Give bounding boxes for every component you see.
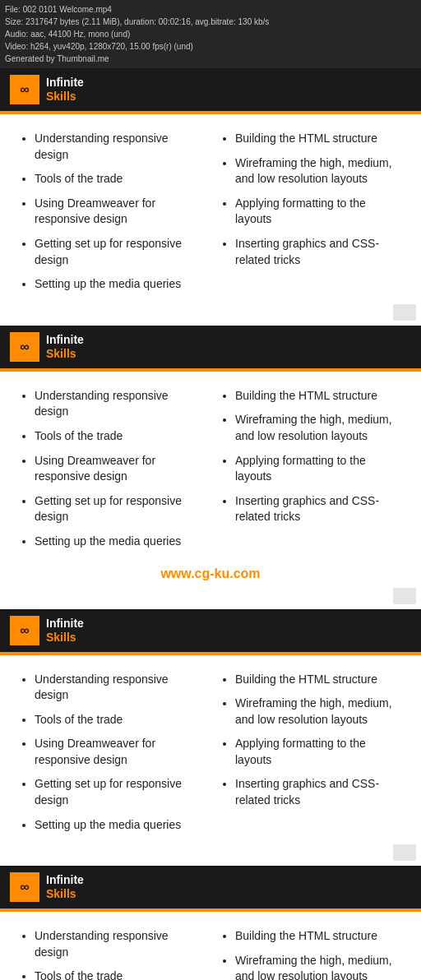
left-col-4: Understanding responsive design Tools of…: [13, 928, 207, 980]
two-col-2: Understanding responsive design Tools of…: [13, 388, 408, 558]
list-item: Setting up the media queries: [35, 276, 201, 293]
logo-skills-2: Skills: [46, 347, 84, 361]
section-4: ∞ Infinite Skills Understanding responsi…: [0, 866, 421, 980]
list-item: Understanding responsive design: [35, 928, 201, 960]
list-item: Tools of the trade: [35, 968, 201, 980]
info-line-5: Generated by Thumbnail.me: [5, 53, 416, 65]
info-line-3: Audio: aac, 44100 Hz, mono (und): [5, 28, 416, 40]
logo-infinite-4: Infinite: [46, 873, 84, 887]
logo-skills-4: Skills: [46, 887, 84, 901]
right-col-3: Building the HTML structure Wireframing …: [214, 672, 408, 842]
logo-text-3: Infinite Skills: [46, 617, 84, 645]
list-item: Inserting graphics and CSS-related trick…: [235, 236, 401, 268]
left-col-2: Understanding responsive design Tools of…: [13, 388, 207, 558]
list-item: Applying formatting to the layouts: [235, 453, 401, 485]
logo-skills-3: Skills: [46, 631, 84, 645]
list-item: Using Dreamweaver for responsive design: [35, 196, 201, 228]
two-col-1: Understanding responsive design Tools of…: [13, 131, 408, 301]
list-item: Getting set up for responsive design: [35, 493, 201, 525]
logo-bar-1: ∞ Infinite Skills: [0, 68, 421, 111]
right-list-4: Building the HTML structure Wireframing …: [220, 928, 401, 980]
list-item: Building the HTML structure: [235, 131, 401, 147]
section-2: ∞ Infinite Skills Understanding responsi…: [0, 326, 421, 609]
content-panel-2: Understanding responsive design Tools of…: [0, 372, 421, 609]
logo-bar-2: ∞ Infinite Skills: [0, 326, 421, 368]
left-list-4: Understanding responsive design Tools of…: [20, 928, 201, 980]
list-item: Tools of the trade: [35, 712, 201, 728]
left-list-1: Understanding responsive design Tools of…: [20, 131, 201, 293]
left-col-1: Understanding responsive design Tools of…: [13, 131, 207, 301]
info-line-4: Video: h264, yuv420p, 1280x720, 15.00 fp…: [5, 40, 416, 53]
watermark-2: [393, 588, 416, 604]
logo-icon-4: ∞: [10, 872, 39, 902]
logo-icon-3: ∞: [10, 616, 39, 645]
logo-skills-1: Skills: [46, 90, 84, 104]
logo-text-1: Infinite Skills: [46, 76, 84, 104]
logo-text-4: Infinite Skills: [46, 873, 84, 901]
list-item: Building the HTML structure: [235, 388, 401, 404]
list-item: Building the HTML structure: [235, 672, 401, 688]
logo-infinite-3: Infinite: [46, 617, 84, 631]
section-1: ∞ Infinite Skills Understanding responsi…: [0, 68, 421, 326]
left-list-3: Understanding responsive design Tools of…: [20, 672, 201, 834]
logo-icon-2: ∞: [10, 332, 39, 362]
list-item: Applying formatting to the layouts: [235, 196, 401, 228]
list-item: Setting up the media queries: [35, 817, 201, 834]
logo-infinite-2: Infinite: [46, 333, 84, 347]
section-3: ∞ Infinite Skills Understanding responsi…: [0, 609, 421, 867]
info-bar: File: 002 0101 Welcome.mp4 Size: 2317647…: [0, 0, 421, 68]
list-item: Understanding responsive design: [35, 672, 201, 704]
watermark-1: [393, 304, 416, 321]
list-item: Wireframing the high, medium, and low re…: [235, 412, 401, 444]
right-list-3: Building the HTML structure Wireframing …: [220, 672, 401, 809]
right-list-2: Building the HTML structure Wireframing …: [220, 388, 401, 525]
list-item: Understanding responsive design: [35, 388, 201, 420]
list-item: Wireframing the high, medium, and low re…: [235, 696, 401, 728]
list-item: Setting up the media queries: [35, 534, 201, 550]
list-item: Using Dreamweaver for responsive design: [35, 736, 201, 768]
logo-icon-1: ∞: [10, 75, 39, 104]
list-item: Inserting graphics and CSS-related trick…: [235, 493, 401, 525]
list-item: Building the HTML structure: [235, 928, 401, 945]
info-line-2: Size: 2317647 bytes (2.11 MiB), duration…: [5, 16, 416, 28]
list-item: Getting set up for responsive design: [35, 776, 201, 808]
right-list-1: Building the HTML structure Wireframing …: [220, 131, 401, 268]
list-item: Using Dreamweaver for responsive design: [35, 453, 201, 485]
cg-watermark-text: www.cg-ku.com: [13, 566, 408, 585]
content-panel-4: Understanding responsive design Tools of…: [0, 912, 421, 980]
watermark-3: [393, 844, 416, 861]
list-item: Getting set up for responsive design: [35, 236, 201, 268]
right-col-1: Building the HTML structure Wireframing …: [214, 131, 408, 301]
left-list-2: Understanding responsive design Tools of…: [20, 388, 201, 550]
left-col-3: Understanding responsive design Tools of…: [13, 672, 207, 842]
list-item: Applying formatting to the layouts: [235, 736, 401, 768]
two-col-4: Understanding responsive design Tools of…: [13, 928, 408, 980]
list-item: Tools of the trade: [35, 171, 201, 187]
logo-bar-3: ∞ Infinite Skills: [0, 609, 421, 652]
list-item: Inserting graphics and CSS-related trick…: [235, 776, 401, 808]
info-line-1: File: 002 0101 Welcome.mp4: [5, 3, 416, 16]
logo-infinite-1: Infinite: [46, 76, 84, 90]
content-panel-3: Understanding responsive design Tools of…: [0, 655, 421, 867]
right-col-2: Building the HTML structure Wireframing …: [214, 388, 408, 558]
list-item: Tools of the trade: [35, 428, 201, 445]
two-col-3: Understanding responsive design Tools of…: [13, 672, 408, 842]
content-panel-1: Understanding responsive design Tools of…: [0, 114, 421, 326]
logo-text-2: Infinite Skills: [46, 333, 84, 361]
logo-bar-4: ∞ Infinite Skills: [0, 866, 421, 908]
list-item: Wireframing the high, medium, and low re…: [235, 953, 401, 980]
right-col-4: Building the HTML structure Wireframing …: [214, 928, 408, 980]
list-item: Understanding responsive design: [35, 131, 201, 163]
list-item: Wireframing the high, medium, and low re…: [235, 155, 401, 187]
